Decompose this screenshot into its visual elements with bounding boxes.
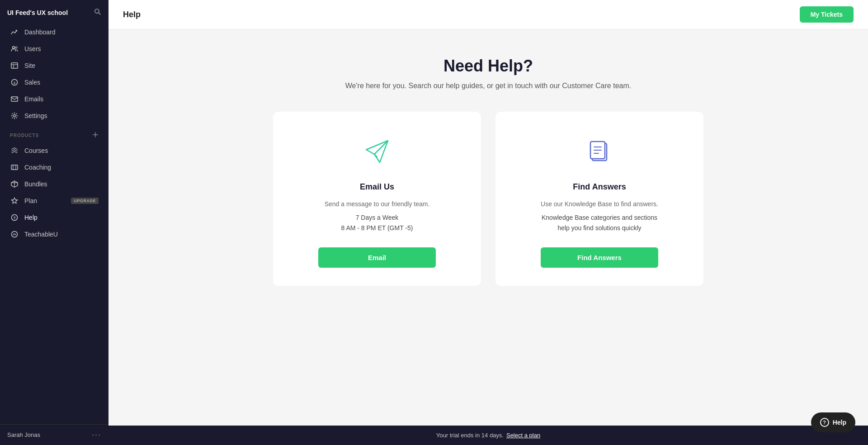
chart-icon	[10, 28, 19, 36]
sidebar-item-users[interactable]: Users	[3, 41, 106, 57]
top-bar: Help My Tickets	[108, 0, 868, 29]
svg-point-2	[13, 47, 15, 49]
svg-line-14	[14, 148, 17, 149]
sidebar-nav: Dashboard Users Site $ Sales Emails	[0, 24, 108, 424]
dashboard-label: Dashboard	[24, 28, 56, 36]
sidebar-item-emails[interactable]: Emails	[3, 91, 106, 107]
sidebar-item-sales[interactable]: $ Sales	[3, 74, 106, 90]
settings-label: Settings	[24, 112, 47, 119]
find-answers-icon	[581, 133, 618, 170]
sales-label: Sales	[24, 79, 40, 86]
floating-help-label: Help	[833, 419, 846, 426]
svg-point-10	[14, 115, 16, 117]
help-label: Help	[24, 214, 38, 221]
users-icon	[10, 45, 19, 52]
help-icon: ?	[10, 214, 19, 221]
svg-line-17	[12, 151, 14, 153]
search-icon[interactable]	[94, 8, 101, 17]
add-product-icon[interactable]	[92, 132, 99, 139]
teachableu-icon	[10, 231, 19, 238]
svg-rect-4	[11, 63, 18, 68]
svg-line-18	[14, 151, 17, 153]
emails-label: Emails	[24, 95, 43, 103]
email-button[interactable]: Email	[318, 247, 436, 268]
gear-icon	[10, 112, 19, 119]
email-us-card: Email Us Send a message to our friendly …	[273, 112, 481, 286]
floating-help-circle-icon: ?	[820, 418, 829, 427]
svg-rect-9	[11, 97, 18, 101]
sidebar-item-dashboard[interactable]: Dashboard	[3, 24, 106, 40]
sidebar: UI Feed's UX school Dashboard Users	[0, 0, 108, 445]
sidebar-item-coaching[interactable]: Coaching	[3, 159, 106, 175]
layout-icon	[10, 62, 19, 69]
bundles-icon	[10, 180, 19, 188]
svg-line-13	[12, 148, 14, 149]
help-cards: Email Us Send a message to our friendly …	[145, 112, 832, 286]
coaching-icon	[10, 164, 19, 171]
mail-icon	[10, 95, 19, 103]
select-plan-link[interactable]: Select a plan	[506, 432, 540, 439]
courses-icon	[10, 147, 19, 154]
email-us-icon	[359, 133, 395, 170]
find-answers-card: Find Answers Use our Knowledge Base to f…	[495, 112, 703, 286]
svg-rect-19	[11, 165, 18, 170]
bundles-label: Bundles	[24, 180, 47, 188]
trial-text: Your trial ends in 14 days.	[436, 432, 504, 439]
email-us-title: Email Us	[360, 182, 394, 192]
help-content: Need Help? We're here for you. Search ou…	[108, 29, 868, 426]
sidebar-item-help[interactable]: ? Help	[3, 209, 106, 226]
email-us-detail: 7 Days a Week 8 AM - 8 PM ET (GMT -5)	[341, 213, 413, 233]
sales-icon: $	[10, 79, 19, 86]
svg-point-3	[15, 47, 17, 48]
find-answers-title: Find Answers	[573, 182, 626, 192]
email-us-desc: Send a message to our friendly team.	[325, 199, 430, 209]
svg-line-1	[99, 13, 100, 14]
sidebar-footer: Sarah Jonas ···	[0, 424, 108, 445]
svg-line-16	[14, 150, 17, 151]
sidebar-item-plan[interactable]: Plan UPGRADE	[3, 193, 106, 209]
sidebar-item-site[interactable]: Site	[3, 57, 106, 74]
app-title: UI Feed's UX school	[7, 9, 68, 17]
user-name: Sarah Jonas	[7, 431, 40, 438]
svg-text:$: $	[14, 81, 16, 85]
sidebar-more-icon[interactable]: ···	[92, 430, 101, 440]
main-content: Help My Tickets Need Help? We're here fo…	[108, 0, 868, 445]
svg-text:?: ?	[13, 216, 16, 220]
help-heading: Need Help?	[145, 57, 832, 76]
users-label: Users	[24, 45, 41, 52]
floating-help-button[interactable]: ? Help	[811, 412, 855, 432]
plan-label: Plan	[24, 197, 37, 204]
trial-bar: Your trial ends in 14 days. Select a pla…	[108, 426, 868, 445]
sidebar-item-courses[interactable]: Courses	[3, 142, 106, 159]
find-answers-detail: Knowledge Base categories and sections h…	[542, 213, 657, 233]
upgrade-badge: UPGRADE	[71, 198, 99, 204]
sidebar-header: UI Feed's UX school	[0, 0, 108, 24]
page-title: Help	[123, 10, 141, 19]
svg-marker-25	[11, 198, 18, 204]
sidebar-item-bundles[interactable]: Bundles	[3, 176, 106, 192]
site-label: Site	[24, 62, 35, 69]
help-hero: Need Help? We're here for you. Search ou…	[145, 57, 832, 90]
products-section: PRODUCTS	[0, 124, 108, 142]
find-answers-button[interactable]: Find Answers	[541, 247, 658, 268]
sidebar-item-teachableu[interactable]: TeachableU	[3, 226, 106, 242]
svg-line-15	[12, 150, 14, 151]
coaching-label: Coaching	[24, 164, 51, 171]
plan-icon	[10, 197, 19, 204]
help-subheading: We're here for you. Search our help guid…	[145, 82, 832, 90]
teachableu-label: TeachableU	[24, 231, 58, 238]
svg-point-28	[12, 232, 18, 237]
sidebar-item-settings[interactable]: Settings	[3, 108, 106, 124]
my-tickets-button[interactable]: My Tickets	[800, 6, 854, 23]
find-answers-desc: Use our Knowledge Base to find answers.	[541, 199, 658, 209]
courses-label: Courses	[24, 147, 48, 154]
